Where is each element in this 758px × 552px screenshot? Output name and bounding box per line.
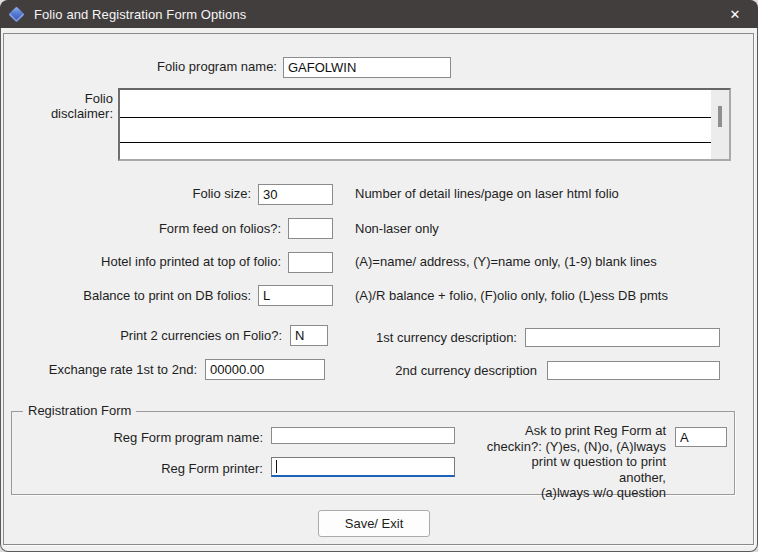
ask-line: (a)lways w/o question	[486, 485, 666, 501]
window-title: Folio and Registration Form Options	[34, 7, 246, 22]
balance-db-hint: (A)/R balance + folio, (F)olio only, fol…	[355, 288, 668, 303]
balance-db-input[interactable]	[258, 285, 333, 306]
save-exit-button[interactable]: Save/ Exit	[318, 510, 430, 537]
title-bar[interactable]: Folio and Registration Form Options ✕	[0, 0, 758, 28]
currency2-description-input[interactable]	[547, 361, 720, 380]
hotel-info-input[interactable]	[288, 252, 333, 273]
form-feed-label: Form feed on folios?:	[101, 221, 281, 236]
folio-size-hint: Number of detail lines/page on laser htm…	[355, 186, 619, 201]
registration-form-legend: Registration Form	[23, 403, 136, 418]
exchange-rate-label: Exchange rate 1st to 2nd:	[27, 362, 197, 377]
folio-disclaimer-textarea[interactable]	[118, 88, 731, 161]
ask-line: print w question to print another,	[486, 454, 666, 485]
disclaimer-scrollbar[interactable]	[711, 90, 729, 159]
ask-line: checkin?: (Y)es, (N)o, (A)lways	[486, 439, 666, 455]
form-feed-input[interactable]	[288, 218, 333, 239]
reg-form-program-name-label: Reg Form program name:	[83, 430, 263, 445]
folio-size-input[interactable]	[258, 184, 333, 205]
currency2-description-label: 2nd currency description	[387, 363, 537, 378]
dialog-folio-options: Folio and Registration Form Options ✕ Fo…	[0, 0, 758, 552]
ask-line: Ask to print Reg Form at	[486, 423, 666, 439]
form-feed-hint: Non-laser only	[355, 221, 439, 236]
hotel-info-label: Hotel info printed at top of folio:	[81, 254, 281, 269]
disclaimer-row-divider	[120, 142, 711, 143]
currency1-description-input[interactable]	[525, 328, 720, 347]
reg-form-printer-input[interactable]	[271, 457, 455, 477]
close-icon[interactable]: ✕	[712, 0, 758, 28]
currency1-description-label: 1st currency description:	[367, 330, 517, 345]
text-caret	[276, 460, 277, 473]
hotel-info-hint: (A)=name/ address, (Y)=name only, (1-9) …	[355, 254, 657, 269]
print-two-currencies-input[interactable]	[290, 325, 328, 346]
exchange-rate-input[interactable]	[205, 359, 325, 380]
app-gem-icon	[8, 6, 24, 22]
reg-form-printer-label: Reg Form printer:	[113, 461, 263, 476]
folio-size-label: Folio size:	[101, 186, 251, 201]
balance-db-label: Balance to print on DB folios:	[71, 288, 251, 303]
folio-program-name-input[interactable]	[283, 57, 451, 78]
folio-disclaimer-label: Folio disclaimer:	[40, 91, 113, 121]
ask-to-print-input[interactable]	[675, 427, 727, 447]
disclaimer-scrollbar-thumb[interactable]	[718, 106, 722, 127]
folio-program-name-label: Folio program name:	[97, 59, 277, 74]
print-two-currencies-label: Print 2 currencies on Folio?:	[82, 328, 282, 343]
ask-to-print-label: Ask to print Reg Form at checkin?: (Y)es…	[486, 423, 666, 501]
reg-form-program-name-input[interactable]	[271, 427, 455, 444]
disclaimer-row-divider	[120, 117, 711, 118]
